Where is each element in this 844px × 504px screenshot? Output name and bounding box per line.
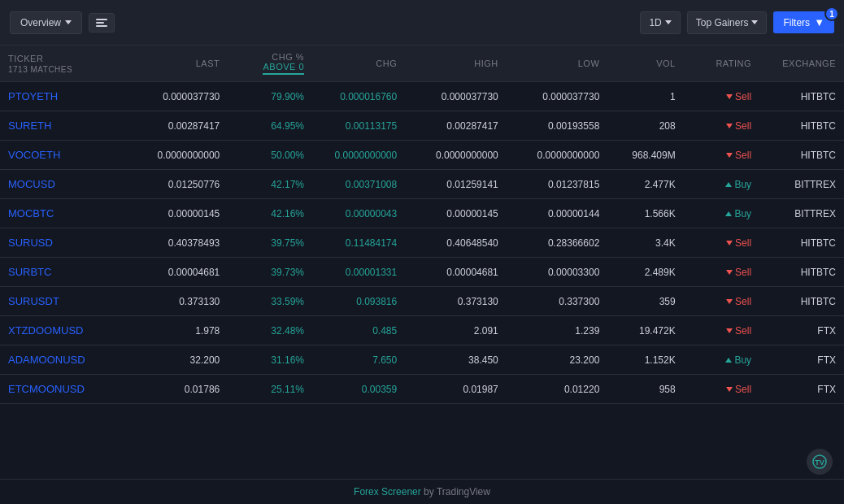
screener-table-container: TICKER 1713 matches LAST CHG % Above 0 C… bbox=[0, 46, 844, 479]
cell-rating: Sell bbox=[684, 258, 759, 287]
ticker-name[interactable]: PTOYETH bbox=[8, 90, 58, 102]
cell-vol: 1.152K bbox=[607, 345, 683, 375]
overview-button[interactable]: Overview bbox=[10, 11, 82, 34]
table-row[interactable]: XTZDOOMUSD1.97832.48%0.4852.0911.23919.4… bbox=[0, 316, 844, 345]
cell-exchange: FTX bbox=[759, 375, 844, 404]
cell-exchange: HITBTC bbox=[759, 111, 844, 141]
cell-vol: 2.477K bbox=[607, 170, 683, 199]
ticker-name[interactable]: XTZDOOMUSD bbox=[8, 324, 83, 337]
buy-arrow-icon bbox=[725, 358, 732, 363]
timeframe-button[interactable]: 1D bbox=[640, 11, 680, 34]
cell-ticker: XTZDOOMUSD bbox=[0, 316, 118, 345]
ticker-matches: 1713 matches bbox=[8, 65, 110, 74]
th-chg-pct-wrapper: CHG % Above 0 bbox=[236, 52, 304, 75]
buy-arrow-icon bbox=[725, 182, 732, 187]
th-last: LAST bbox=[118, 46, 228, 82]
table-row[interactable]: SURBTC0.0000468139.73%0.000013310.000046… bbox=[0, 258, 844, 287]
cell-vol: 1.566K bbox=[607, 199, 683, 228]
th-rating: RATING bbox=[684, 46, 759, 82]
cell-low: 0.0000000000 bbox=[507, 141, 608, 170]
table-row[interactable]: MOCBTC0.0000014542.16%0.000000430.000001… bbox=[0, 199, 844, 228]
ticker-name[interactable]: ETCMOONUSD bbox=[8, 383, 85, 395]
cell-chg: 0.093816 bbox=[312, 287, 405, 316]
cell-last: 0.40378493 bbox=[118, 228, 228, 258]
cell-last: 0.00004681 bbox=[118, 258, 228, 287]
top-gainers-chevron-icon bbox=[751, 20, 758, 24]
table-row[interactable]: SURUSD0.4037849339.75%0.114841740.406485… bbox=[0, 228, 844, 258]
table-row[interactable]: PTOYETH0.00003773079.90%0.0000167600.000… bbox=[0, 82, 844, 111]
cell-high: 0.373130 bbox=[405, 287, 507, 316]
cell-exchange: HITBTC bbox=[759, 141, 844, 170]
cell-rating: Sell bbox=[684, 82, 759, 111]
filters-label: Filters bbox=[783, 17, 810, 28]
cell-vol: 359 bbox=[607, 287, 683, 316]
cell-ticker: ADAMOONUSD bbox=[0, 345, 118, 375]
rating-label: Buy bbox=[734, 208, 751, 219]
ticker-name[interactable]: SURBTC bbox=[8, 266, 51, 278]
cell-chg-pct: 39.75% bbox=[228, 228, 312, 258]
table-row[interactable]: ETCMOONUSD0.0178625.11%0.003590.019870.0… bbox=[0, 375, 844, 404]
ticker-name[interactable]: MOCUSD bbox=[8, 178, 55, 190]
table-body: PTOYETH0.00003773079.90%0.0000167600.000… bbox=[0, 82, 844, 404]
cell-high: 38.450 bbox=[405, 345, 507, 375]
cell-rating: Buy bbox=[684, 199, 759, 228]
timeframe-label: 1D bbox=[649, 17, 661, 28]
th-vol: VOL bbox=[607, 46, 683, 82]
cell-ticker: ETCMOONUSD bbox=[0, 375, 118, 404]
chart-type-button[interactable] bbox=[89, 13, 115, 33]
cell-high: 0.00000145 bbox=[405, 199, 507, 228]
filter-icon: ▼ bbox=[814, 16, 824, 28]
th-chg-pct[interactable]: CHG % Above 0 bbox=[228, 46, 312, 82]
cell-high: 0.000037730 bbox=[405, 82, 507, 111]
th-exchange: EXCHANGE bbox=[759, 46, 844, 82]
rating-label: Sell bbox=[735, 120, 751, 132]
top-gainers-label: Top Gainers bbox=[696, 17, 749, 28]
ticker-name[interactable]: ADAMOONUSD bbox=[8, 354, 85, 366]
topbar-left: Overview bbox=[10, 11, 115, 34]
cell-exchange: FTX bbox=[759, 316, 844, 345]
table-row[interactable]: ADAMOONUSD32.20031.16%7.65038.45023.2001… bbox=[0, 345, 844, 375]
ticker-name[interactable]: SURETH bbox=[8, 119, 51, 132]
table-row[interactable]: SURUSDT0.37313033.59%0.0938160.3731300.3… bbox=[0, 287, 844, 316]
tv-icon-button[interactable]: TV bbox=[807, 449, 833, 475]
table-row[interactable]: MOCUSD0.0125077642.17%0.003710080.012591… bbox=[0, 170, 844, 199]
ticker-name[interactable]: SURUSD bbox=[8, 237, 53, 249]
cell-rating: Sell bbox=[684, 141, 759, 170]
cell-rating: Buy bbox=[684, 345, 759, 375]
cell-last: 0.01786 bbox=[118, 375, 228, 404]
table-row[interactable]: SURETH0.0028741764.95%0.001131750.002874… bbox=[0, 111, 844, 141]
cell-chg-pct: 42.17% bbox=[228, 170, 312, 199]
cell-ticker: MOCBTC bbox=[0, 199, 118, 228]
table-row[interactable]: VOCOETH0.000000000050.00%0.00000000000.0… bbox=[0, 141, 844, 170]
cell-rating: Sell bbox=[684, 287, 759, 316]
table-header-row: TICKER 1713 matches LAST CHG % Above 0 C… bbox=[0, 46, 844, 82]
cell-high: 0.01987 bbox=[405, 375, 507, 404]
cell-vol: 1 bbox=[607, 82, 683, 111]
sell-arrow-icon bbox=[726, 241, 733, 245]
cell-chg-pct: 64.95% bbox=[228, 111, 312, 141]
th-high: HIGH bbox=[405, 46, 507, 82]
cell-rating: Sell bbox=[684, 228, 759, 258]
timeframe-chevron-icon bbox=[665, 20, 672, 24]
cell-ticker: PTOYETH bbox=[0, 82, 118, 111]
overview-label: Overview bbox=[20, 17, 61, 28]
filters-button[interactable]: Filters ▼ 1 bbox=[773, 11, 834, 33]
cell-low: 0.337300 bbox=[507, 287, 608, 316]
cell-last: 0.00000145 bbox=[118, 199, 228, 228]
ticker-name[interactable]: MOCBTC bbox=[8, 207, 54, 219]
ticker-name[interactable]: SURUSDT bbox=[8, 295, 59, 307]
cell-exchange: BITTREX bbox=[759, 199, 844, 228]
cell-last: 0.0000000000 bbox=[118, 141, 228, 170]
footer-link[interactable]: Forex Screener bbox=[354, 486, 424, 497]
cell-chg: 0.00371008 bbox=[312, 170, 405, 199]
top-gainers-button[interactable]: Top Gainers bbox=[687, 11, 768, 34]
cell-low: 1.239 bbox=[507, 316, 608, 345]
svg-text:TV: TV bbox=[815, 458, 824, 467]
ticker-name[interactable]: VOCOETH bbox=[8, 149, 60, 161]
cell-exchange: BITTREX bbox=[759, 170, 844, 199]
cell-chg: 0.00000043 bbox=[312, 199, 405, 228]
cell-chg: 0.000016760 bbox=[312, 82, 405, 111]
cell-last: 0.000037730 bbox=[118, 82, 228, 111]
cell-chg: 7.650 bbox=[312, 345, 405, 375]
cell-chg-pct: 42.16% bbox=[228, 199, 312, 228]
